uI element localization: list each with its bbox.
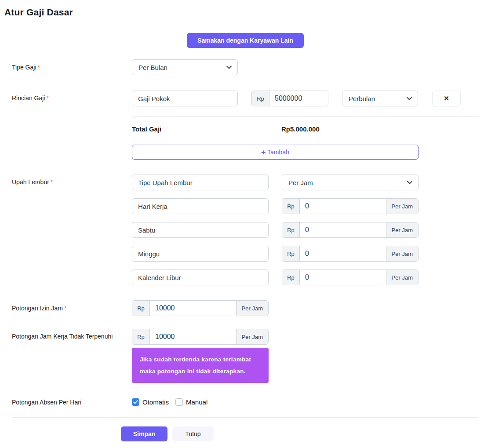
chevron-down-icon bbox=[407, 97, 412, 100]
rincian-amount-group: Rp bbox=[251, 91, 328, 106]
rincian-divider bbox=[132, 117, 479, 117]
chevron-down-icon bbox=[226, 66, 232, 69]
rincian-period-selected-value: Perbulan bbox=[349, 95, 375, 102]
rincian-gaji-row: Rincian Gaji* Rp Perbulan ✕ bbox=[12, 91, 479, 160]
currency-prefix: Rp bbox=[282, 270, 300, 285]
manual-checkbox-label: Manual bbox=[186, 398, 207, 406]
checkbox-unchecked-icon bbox=[175, 398, 183, 406]
chevron-down-icon bbox=[407, 181, 412, 184]
potongan-izin-group: Rp Per Jam bbox=[132, 300, 269, 316]
potongan-info-box: Jika sudah terdenda karena terlambat mak… bbox=[132, 348, 269, 383]
currency-prefix: Rp bbox=[132, 329, 150, 344]
upah-lembur-day-row: Rp Per Jam bbox=[132, 270, 479, 285]
upah-day-rate-group: Rp Per Jam bbox=[282, 246, 418, 262]
upah-day-rate-group: Rp Per Jam bbox=[282, 222, 418, 238]
upah-day-rate-input[interactable] bbox=[300, 246, 386, 261]
currency-prefix: Rp bbox=[252, 91, 269, 106]
potongan-izin-jam-label: Potongan Izin Jam* bbox=[12, 305, 132, 312]
rincian-gaji-label: Rincian Gaji* bbox=[12, 91, 132, 102]
potongan-absen-label: Potongan Absen Per Hari bbox=[12, 399, 132, 406]
rate-unit-suffix: Per Jam bbox=[386, 246, 418, 261]
total-gaji-value: Rp5.000.000 bbox=[281, 125, 320, 133]
upah-lembur-unit-select[interactable]: Per Jam bbox=[282, 175, 418, 190]
toolbar-row: Samakan dengan Karyawan Lain bbox=[12, 33, 479, 48]
tipe-gaji-row: Tipe Gaji* Per Bulan bbox=[12, 59, 479, 75]
upah-lembur-unit-selected-value: Per Jam bbox=[288, 179, 313, 186]
required-asterisk: * bbox=[46, 95, 48, 102]
rincian-amount-input[interactable] bbox=[269, 91, 328, 106]
potongan-absen-row: Potongan Absen Per Hari Otomatis Manual bbox=[12, 398, 479, 406]
rate-unit-suffix: Per Jam bbox=[386, 199, 418, 214]
otomatis-checkbox[interactable]: Otomatis bbox=[132, 398, 169, 406]
footer-actions: Simpan Tutup bbox=[0, 418, 484, 441]
required-asterisk: * bbox=[64, 305, 66, 312]
otomatis-checkbox-label: Otomatis bbox=[142, 398, 169, 406]
upah-day-name-input[interactable] bbox=[132, 270, 269, 285]
upah-day-rate-input[interactable] bbox=[300, 222, 386, 237]
atur-gaji-dasar-form: Atur Gaji Dasar Samakan dengan Karyawan … bbox=[0, 0, 484, 441]
total-gaji-label: Total Gaji bbox=[132, 125, 281, 133]
potongan-jam-kerja-label: Potongan Jam Kerja Tidak Terpenuhi bbox=[12, 329, 132, 340]
upah-day-rate-input[interactable] bbox=[300, 199, 386, 214]
page-header: Atur Gaji Dasar bbox=[0, 0, 484, 24]
rincian-gaji-item-row: Rp Perbulan ✕ bbox=[132, 91, 479, 106]
currency-prefix: Rp bbox=[132, 301, 150, 316]
currency-prefix: Rp bbox=[282, 222, 300, 237]
rate-unit-suffix: Per Jam bbox=[386, 270, 418, 285]
upah-lembur-day-row: Rp Per Jam bbox=[132, 198, 479, 214]
rincian-name-input[interactable] bbox=[132, 91, 238, 106]
required-asterisk: * bbox=[51, 178, 53, 186]
rate-unit-suffix: Per Jam bbox=[236, 329, 268, 344]
tambah-button[interactable]: + Tambah bbox=[132, 145, 418, 160]
potongan-izin-input[interactable] bbox=[150, 301, 236, 316]
plus-icon: + bbox=[261, 149, 266, 156]
total-gaji-row: Total Gaji Rp5.000.000 bbox=[132, 125, 418, 133]
upah-day-rate-group: Rp Per Jam bbox=[282, 198, 418, 214]
remove-rincian-button[interactable]: ✕ bbox=[432, 91, 461, 106]
upah-lembur-type-input[interactable] bbox=[132, 175, 269, 190]
samakan-dengan-karyawan-lain-button[interactable]: Samakan dengan Karyawan Lain bbox=[187, 33, 304, 48]
rincian-period-select[interactable]: Perbulan bbox=[342, 91, 418, 106]
upah-day-name-input[interactable] bbox=[132, 246, 269, 262]
tipe-gaji-selected-value: Per Bulan bbox=[138, 64, 167, 71]
rate-unit-suffix: Per Jam bbox=[236, 301, 268, 316]
potongan-jam-kerja-input[interactable] bbox=[150, 329, 236, 344]
upah-lembur-row: Upah Lembur* Per Jam Rp Per Jam bbox=[12, 175, 479, 285]
upah-day-name-input[interactable] bbox=[132, 222, 269, 238]
potongan-absen-options: Otomatis Manual bbox=[132, 398, 479, 406]
page-title: Atur Gaji Dasar bbox=[4, 7, 480, 18]
tutup-button[interactable]: Tutup bbox=[172, 426, 214, 441]
upah-lembur-day-row: Rp Per Jam bbox=[132, 222, 479, 238]
potongan-jam-kerja-group: Rp Per Jam bbox=[132, 329, 269, 345]
close-icon: ✕ bbox=[444, 95, 449, 102]
currency-prefix: Rp bbox=[282, 199, 300, 214]
upah-lembur-day-row: Rp Per Jam bbox=[132, 246, 479, 262]
simpan-button[interactable]: Simpan bbox=[121, 426, 167, 441]
potongan-izin-jam-row: Potongan Izin Jam* Rp Per Jam bbox=[12, 300, 479, 316]
checkbox-checked-icon bbox=[132, 398, 139, 406]
required-asterisk: * bbox=[38, 64, 40, 71]
upah-day-name-input[interactable] bbox=[132, 198, 269, 214]
tipe-gaji-select[interactable]: Per Bulan bbox=[132, 59, 238, 75]
potongan-jam-kerja-row: Potongan Jam Kerja Tidak Terpenuhi Rp Pe… bbox=[12, 329, 479, 383]
rate-unit-suffix: Per Jam bbox=[386, 222, 418, 237]
currency-prefix: Rp bbox=[282, 246, 300, 261]
manual-checkbox[interactable]: Manual bbox=[175, 398, 207, 406]
tipe-gaji-label: Tipe Gaji* bbox=[12, 64, 132, 71]
upah-lembur-label: Upah Lembur* bbox=[12, 175, 132, 186]
upah-day-rate-group: Rp Per Jam bbox=[282, 270, 418, 285]
upah-lembur-type-row: Per Jam bbox=[132, 175, 479, 190]
upah-day-rate-input[interactable] bbox=[300, 270, 386, 285]
